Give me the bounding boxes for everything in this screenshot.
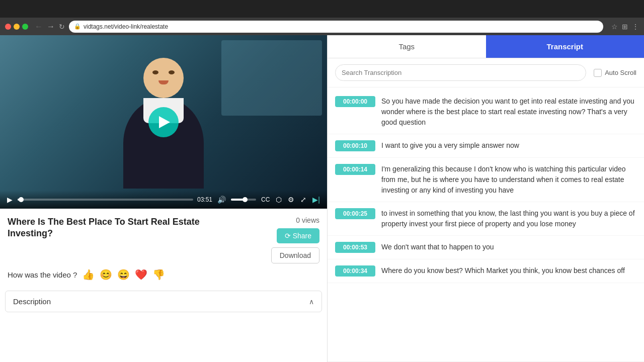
video-title: Where Is The Best Place To Start Real Es… xyxy=(8,216,219,240)
video-window-bg xyxy=(221,40,322,116)
close-window-btn[interactable] xyxy=(5,24,11,30)
rating-label: How was the video ? xyxy=(8,270,77,279)
back-button[interactable]: ← xyxy=(35,22,43,31)
description-label: Description xyxy=(13,297,51,306)
extensions-button[interactable]: ⊞ xyxy=(622,23,628,31)
laugh-emoji[interactable]: 😄 xyxy=(117,268,130,281)
transcript-entry-0: 00:00:00 So you have made the decision y… xyxy=(328,90,644,134)
left-panel: ▶ 03:51 🔊 CC ⬡ ⚙ ⤢ ▶| Whe xyxy=(0,35,327,362)
description-toggle[interactable]: Description ∧ xyxy=(6,291,321,312)
minimize-window-btn[interactable] xyxy=(14,24,20,30)
reload-button[interactable]: ↻ xyxy=(59,23,65,31)
tab-transcript[interactable]: Transcript xyxy=(486,35,645,58)
timestamp-badge-2[interactable]: 00:00:14 xyxy=(335,164,375,175)
forward-button[interactable]: → xyxy=(47,22,55,31)
person-head xyxy=(143,58,184,98)
page-content: ▶ 03:51 🔊 CC ⬡ ⚙ ⤢ ▶| Whe xyxy=(0,35,644,362)
menu-button[interactable]: ⋮ xyxy=(632,23,639,31)
video-info: Where Is The Best Place To Start Real Es… xyxy=(0,209,327,286)
transcript-entry-5: 00:00:34 Where do you know best? Which M… xyxy=(328,259,644,283)
auto-scroll-label: Auto Scroll xyxy=(594,69,636,77)
timestamp-badge-3[interactable]: 00:00:25 xyxy=(335,208,375,219)
transcript-text-5: Where do you know best? Which Market you… xyxy=(381,265,625,276)
share-control-button[interactable]: ⬡ xyxy=(275,195,283,205)
video-controls-bar: ▶ 03:51 🔊 CC ⬡ ⚙ ⤢ ▶| xyxy=(0,191,327,209)
share-button[interactable]: ⟳ Share xyxy=(277,228,319,243)
video-title-row: Where Is The Best Place To Start Real Es… xyxy=(8,216,319,263)
heart-emoji[interactable]: ❤️ xyxy=(135,268,147,281)
transcript-text-3: to invest in something that you know, th… xyxy=(381,208,636,229)
transcript-entry-3: 00:00:25 to invest in something that you… xyxy=(328,202,644,236)
thumbs-down-emoji[interactable]: 👎 xyxy=(152,268,165,281)
bookmark-button[interactable]: ☆ xyxy=(611,23,618,31)
video-actions: 0 views ⟳ Share Download xyxy=(271,216,319,263)
volume-bar[interactable] xyxy=(231,199,256,201)
video-player[interactable]: ▶ 03:51 🔊 CC ⬡ ⚙ ⤢ ▶| xyxy=(0,35,327,209)
security-lock-icon: 🔒 xyxy=(74,23,81,30)
play-pause-control[interactable]: ▶ xyxy=(6,195,14,205)
right-panel: Tags Transcript Auto Scroll 00:00:00 So … xyxy=(327,35,644,362)
tabs-row: Tags Transcript xyxy=(328,35,644,58)
browser-window-controls xyxy=(5,24,28,30)
address-bar[interactable]: 🔒 vidtags.net/video-link/realestate xyxy=(69,21,603,33)
fullscreen-button[interactable]: ⤢ xyxy=(299,195,307,205)
download-button[interactable]: Download xyxy=(271,247,319,263)
browser-chrome: ← → ↻ 🔒 vidtags.net/video-link/realestat… xyxy=(0,18,644,35)
mute-button[interactable]: 🔊 xyxy=(216,195,227,205)
views-count: 0 views xyxy=(296,216,319,224)
tab-tags[interactable]: Tags xyxy=(328,35,486,58)
url-text: vidtags.net/video-link/realestate xyxy=(84,23,168,30)
timestamp-badge-1[interactable]: 00:00:10 xyxy=(335,140,375,151)
browser-action-buttons: ☆ ⊞ ⋮ xyxy=(611,23,639,31)
transcript-text-1: I want to give you a very simple answer … xyxy=(381,140,519,151)
time-display: 03:51 xyxy=(197,196,212,203)
timestamp-badge-5[interactable]: 00:00:34 xyxy=(335,265,375,277)
timestamp-badge-0[interactable]: 00:00:00 xyxy=(335,96,375,107)
description-section: Description ∧ xyxy=(5,291,322,312)
play-icon xyxy=(159,116,170,128)
transcript-text-4: We don't want that to happen to you xyxy=(381,242,494,252)
timestamp-badge-4[interactable]: 00:00:53 xyxy=(335,242,375,253)
browser-navigation: ← → ↻ xyxy=(35,22,65,31)
chevron-up-icon: ∧ xyxy=(309,298,314,306)
more-button[interactable]: ▶| xyxy=(311,195,321,205)
thumbs-up-emoji[interactable]: 👍 xyxy=(82,268,95,281)
transcript-text-0: So you have made the decision you want t… xyxy=(381,96,636,128)
search-row: Auto Scroll xyxy=(328,58,644,87)
auto-scroll-text: Auto Scroll xyxy=(605,69,636,76)
transcript-text-2: I'm generalizing this because I don't kn… xyxy=(381,164,636,196)
transcript-entry-4: 00:00:53 We don't want that to happen to… xyxy=(328,236,644,259)
maximize-window-btn[interactable] xyxy=(22,24,28,30)
auto-scroll-checkbox[interactable] xyxy=(594,69,602,77)
cc-button[interactable]: CC xyxy=(260,195,271,204)
progress-thumb xyxy=(19,197,24,202)
transcript-entry-2: 00:00:14 I'm generalizing this because I… xyxy=(328,158,644,202)
play-button[interactable] xyxy=(148,107,179,137)
smile-emoji[interactable]: 😊 xyxy=(100,268,112,281)
volume-thumb xyxy=(243,197,248,202)
progress-bar[interactable] xyxy=(18,199,193,201)
rating-row: How was the video ? 👍 😊 😄 ❤️ 👎 xyxy=(8,268,319,281)
transcript-entry-1: 00:00:10 I want to give you a very simpl… xyxy=(328,134,644,158)
search-transcription-input[interactable] xyxy=(335,64,586,81)
transcript-list: 00:00:00 So you have made the decision y… xyxy=(328,87,644,361)
settings-button[interactable]: ⚙ xyxy=(287,195,295,205)
